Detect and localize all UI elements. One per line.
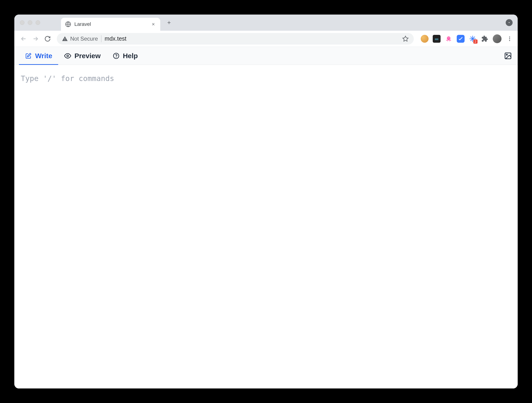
back-button[interactable]	[19, 34, 29, 44]
tab-write[interactable]: Write	[19, 47, 58, 65]
browser-window: Laravel	[14, 14, 518, 389]
extension-octopus-icon[interactable]	[445, 35, 453, 43]
svg-point-2	[448, 38, 449, 38]
site-security-indicator[interactable]: Not Secure	[62, 36, 98, 42]
svg-point-1	[447, 37, 450, 40]
eye-icon	[64, 52, 71, 59]
tab-preview-label: Preview	[74, 52, 101, 60]
extensions-menu-button[interactable]	[481, 35, 489, 43]
url-text: mdx.test	[105, 35, 399, 42]
insert-image-button[interactable]	[504, 52, 512, 60]
extension-cookie-icon[interactable]	[421, 35, 429, 43]
pencil-square-icon	[25, 52, 32, 59]
window-close-button[interactable]	[20, 20, 25, 25]
tab-preview[interactable]: Preview	[58, 47, 107, 65]
security-label: Not Secure	[70, 36, 98, 42]
extension-snowflake-icon[interactable]: 2	[469, 35, 477, 43]
browser-tab[interactable]: Laravel	[61, 18, 160, 31]
tab-write-label: Write	[35, 52, 52, 60]
browser-tab-bar: Laravel	[14, 14, 518, 31]
profile-avatar[interactable]	[493, 34, 501, 43]
window-maximize-button[interactable]	[36, 20, 40, 25]
svg-point-6	[509, 40, 510, 41]
help-circle-icon	[113, 52, 120, 59]
window-minimize-button[interactable]	[28, 20, 32, 25]
globe-icon	[65, 21, 71, 27]
tab-search-button[interactable]	[506, 19, 513, 26]
extensions-area: 2	[421, 34, 513, 43]
tab-title: Laravel	[74, 21, 147, 27]
warning-icon	[62, 36, 68, 42]
svg-point-4	[509, 37, 510, 38]
close-tab-button[interactable]	[151, 21, 156, 27]
forward-button[interactable]	[31, 34, 41, 44]
extension-badge: 2	[473, 39, 477, 44]
extension-devtools-icon[interactable]	[433, 35, 441, 43]
reload-button[interactable]	[43, 34, 53, 44]
svg-point-3	[449, 38, 450, 38]
bookmark-button[interactable]	[402, 36, 409, 42]
svg-point-7	[67, 55, 69, 57]
browser-menu-button[interactable]	[506, 35, 513, 43]
browser-toolbar: Not Secure mdx.test	[14, 31, 518, 47]
window-controls	[20, 20, 40, 25]
extension-check-icon[interactable]	[457, 35, 465, 43]
tab-help[interactable]: Help	[107, 47, 144, 65]
address-bar[interactable]: Not Secure mdx.test	[57, 33, 414, 44]
svg-point-5	[509, 38, 510, 39]
svg-point-11	[506, 54, 507, 55]
editor-placeholder: Type '/' for commands	[21, 74, 511, 83]
new-tab-button[interactable]	[165, 18, 174, 27]
editor-toolbar: Write Preview Help	[14, 47, 518, 65]
tab-help-label: Help	[123, 52, 138, 60]
svg-point-9	[116, 57, 116, 57]
editor-content-area[interactable]: Type '/' for commands	[14, 65, 518, 389]
